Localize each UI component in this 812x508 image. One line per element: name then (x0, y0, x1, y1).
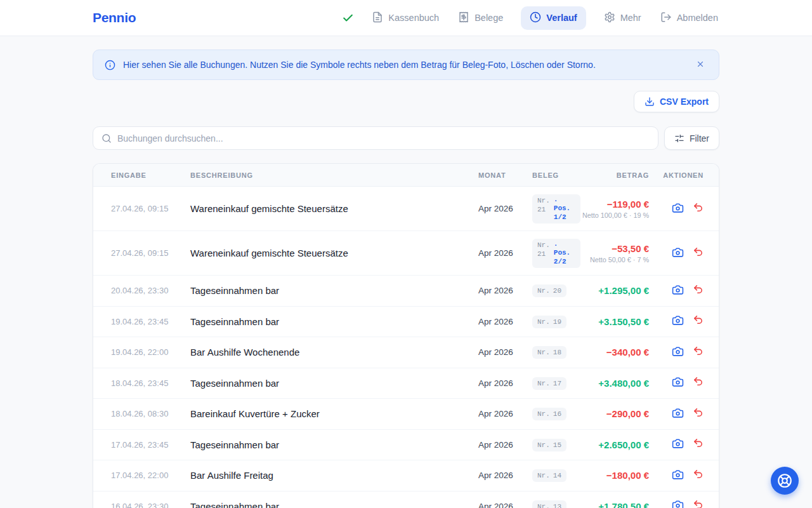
download-icon (645, 97, 655, 107)
nav-item-abmelden[interactable]: Abmelden (659, 6, 719, 30)
beleg-badge: Nr. 16 (532, 408, 566, 420)
storno-button[interactable] (693, 499, 704, 508)
beleg-nr-value: 14 (553, 472, 561, 479)
search-input[interactable] (117, 133, 650, 144)
entry-description: Bar Aushilfe Freitag (190, 470, 478, 481)
amount-cell: −340,00 € (580, 347, 649, 358)
receipt-photo-button[interactable] (672, 345, 684, 359)
beleg-number: Nr. 15 (537, 441, 561, 449)
storno-button[interactable] (693, 314, 704, 328)
column-header-eingabe: EINGABE (111, 171, 190, 179)
nav-item-verlauf[interactable]: Verlauf (521, 6, 586, 30)
entry-datetime: 27.04.26, 09:15 (111, 204, 190, 213)
beleg-badge: Nr. 17 (532, 377, 566, 390)
info-icon (105, 60, 115, 70)
receipt-photo-button[interactable] (672, 499, 684, 508)
beleg-nr-value: 20 (553, 287, 561, 295)
undo-icon (693, 499, 704, 508)
info-banner: Hier sehen Sie alle Buchungen. Nutzen Si… (93, 50, 719, 80)
entry-description: Wareneinkauf gemischte Steuersätze (190, 203, 478, 214)
amount: −53,50 € (580, 243, 649, 254)
table-row: 27.04.26, 09:15 Wareneinkauf gemischte S… (93, 187, 719, 231)
storno-button[interactable] (693, 407, 704, 421)
entry-datetime: 19.04.26, 23:45 (111, 317, 190, 326)
entry-month: Apr 2026 (478, 317, 532, 326)
beleg-position: · Pos. 2/2 (554, 241, 575, 265)
camera-icon (672, 345, 684, 359)
entry-description: Tageseinnahmen bar (190, 439, 478, 450)
entry-month: Apr 2026 (478, 286, 532, 295)
entry-datetime: 20.04.26, 23:30 (111, 286, 190, 295)
amount-cell: +3.480,00 € (580, 378, 649, 389)
receipt-photo-button[interactable] (672, 469, 684, 483)
beleg-number: Nr. 13 (537, 503, 561, 508)
banner-message: Hier sehen Sie alle Buchungen. Nutzen Si… (123, 60, 686, 70)
storno-button[interactable] (693, 246, 704, 260)
column-header-betrag: BETRAG (580, 171, 649, 179)
receipt-photo-button[interactable] (672, 246, 684, 260)
amount-cell: +1.780,50 € (580, 501, 649, 508)
beleg-number: Nr. 17 (537, 380, 561, 387)
receipt-photo-button[interactable] (672, 438, 684, 451)
amount: +3.480,00 € (580, 378, 649, 389)
camera-icon (672, 407, 684, 421)
receipt-photo-button[interactable] (672, 284, 684, 298)
lifebuoy-icon (776, 472, 793, 489)
beleg-number: Nr. 16 (537, 410, 561, 418)
nav-item-mehr[interactable]: Mehr (603, 6, 643, 30)
undo-icon (693, 246, 704, 260)
beleg-cell: Nr. 14 (532, 469, 580, 482)
banner-close-button[interactable] (693, 57, 707, 73)
undo-icon (693, 345, 704, 359)
close-icon (696, 60, 705, 70)
storno-button[interactable] (693, 376, 704, 390)
beleg-nr-value: 13 (553, 503, 561, 508)
storno-button[interactable] (693, 202, 704, 216)
export-row: CSV Export (93, 91, 719, 112)
sync-check-icon (342, 12, 354, 24)
table-header-row: EINGABE BESCHREIBUNG MONAT BELEG BETRAG … (93, 164, 719, 187)
receipt-photo-button[interactable] (672, 314, 684, 328)
beleg-cell: Nr. 18 (532, 345, 580, 359)
amount-cell: −180,00 € (580, 470, 649, 481)
entry-datetime: 17.04.26, 23:45 (111, 440, 190, 450)
table-row: 17.04.26, 22:00 Bar Aushilfe Freitag Apr… (93, 460, 719, 491)
receipt-photo-button[interactable] (672, 407, 684, 421)
receipt-photo-button[interactable] (672, 202, 684, 216)
actions-cell (649, 407, 704, 421)
help-fab-button[interactable] (771, 467, 799, 495)
beleg-nr-value: 17 (553, 380, 561, 387)
beleg-cell: Nr. 20 (532, 284, 580, 297)
beleg-badge: Nr. 15 (532, 439, 566, 451)
storno-button[interactable] (693, 345, 704, 359)
table-row: 27.04.26, 09:15 Wareneinkauf gemischte S… (93, 231, 719, 276)
table-body: 27.04.26, 09:15 Wareneinkauf gemischte S… (93, 187, 719, 508)
storno-button[interactable] (693, 284, 704, 298)
undo-icon (693, 284, 704, 298)
beleg-cell: Nr. 21 · Pos. 1/2 (532, 194, 580, 224)
brand-logo[interactable]: Pennio (93, 10, 136, 25)
beleg-nr-label: Nr. (537, 472, 550, 479)
filter-button[interactable]: Filter (664, 126, 719, 150)
nav-item-belege[interactable]: Belege (457, 6, 504, 30)
beleg-nr-label: Nr. (537, 241, 550, 249)
beleg-number: Nr. 21 (537, 197, 550, 221)
storno-button[interactable] (693, 469, 704, 483)
storno-button[interactable] (693, 438, 704, 451)
camera-icon (672, 314, 684, 328)
entry-month: Apr 2026 (478, 204, 532, 213)
amount: −340,00 € (580, 347, 649, 358)
beleg-nr-value: 21 (537, 250, 550, 258)
beleg-cell: Nr. 21 · Pos. 2/2 (532, 238, 580, 268)
undo-icon (693, 314, 704, 328)
entry-month: Apr 2026 (478, 440, 532, 450)
amount: −119,00 € (580, 199, 649, 210)
netto-line: Netto 100,00 € · 19 % (580, 211, 649, 219)
receipt-photo-button[interactable] (672, 376, 684, 390)
beleg-pos-label: · Pos. (554, 197, 575, 212)
amount: +3.150,50 € (580, 316, 649, 327)
csv-export-button[interactable]: CSV Export (634, 91, 719, 112)
entry-description: Tageseinnahmen bar (190, 501, 478, 508)
nav-item-kassenbuch[interactable]: Kassenbuch (370, 6, 440, 30)
beleg-number: Nr. 20 (537, 287, 561, 295)
